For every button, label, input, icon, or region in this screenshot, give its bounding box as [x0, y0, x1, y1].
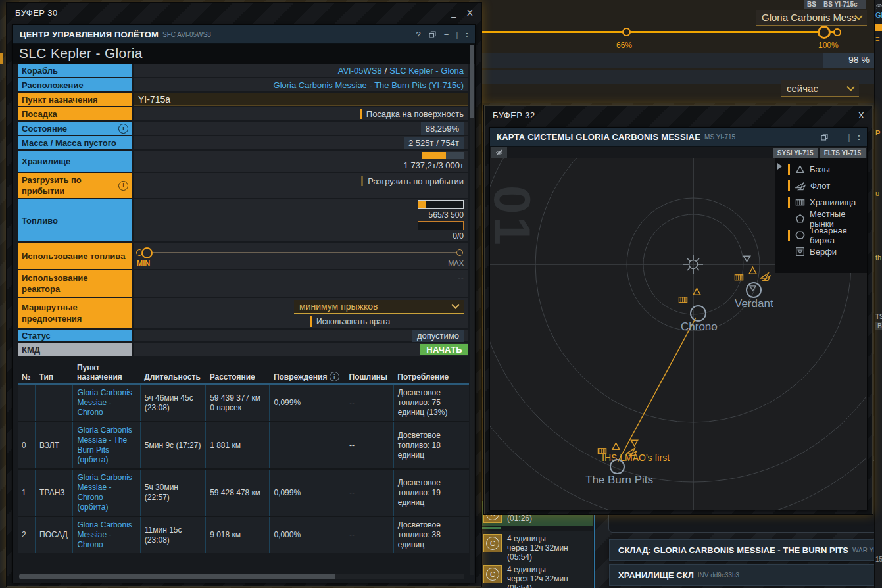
- clipped-text: B: [875, 322, 882, 330]
- legend-item-local-markets[interactable]: Местные рынки: [775, 210, 867, 227]
- ship-name-link[interactable]: SLC Kepler - Gloria: [389, 66, 464, 76]
- eye-off-icon: [875, 2, 882, 9]
- duplicate-icon[interactable]: [428, 30, 437, 39]
- legend-item-bases[interactable]: Базы: [775, 161, 867, 178]
- table-row[interactable]: 0 ВЗЛТ Gloria Carbonis Messiae - The Bur…: [18, 422, 469, 469]
- legend-item-shipyards[interactable]: Верфи: [775, 243, 867, 260]
- field-label-reactor: Использованиереактора: [18, 270, 132, 297]
- planet-chrono[interactable]: [690, 305, 706, 322]
- planet-burn-pits[interactable]: [610, 459, 625, 474]
- destination-link[interactable]: Gloria Carbonis Messiae - Chrono: [77, 388, 132, 417]
- vertical-scrollbar[interactable]: [470, 45, 474, 575]
- fleet-icon[interactable]: [760, 271, 771, 282]
- flight-control-header[interactable]: ЦЕНТР УПРАВЛЕНИЯ ПОЛЁТОМ SFC AVI-05WS8 ?…: [13, 25, 475, 44]
- legend-item-commodity-exchange[interactable]: Товарная биржа: [775, 227, 867, 243]
- minimize-icon[interactable]: −: [836, 132, 841, 142]
- minimize-button[interactable]: _: [843, 110, 848, 120]
- checkbox-bar: [310, 316, 312, 327]
- eye-off-icon[interactable]: [491, 147, 507, 158]
- buffer-30-titlebar[interactable]: БУФЕР 30 _ X: [7, 3, 481, 22]
- window-title: КАРТА СИСТЕМЫ GLORIA CARBONIS MESSIAE: [497, 132, 700, 142]
- base-icon[interactable]: [611, 441, 621, 451]
- divider: |: [456, 30, 458, 39]
- tab-flts[interactable]: FLTS YI-715: [820, 148, 866, 158]
- planet-label[interactable]: Chrono: [681, 320, 718, 333]
- field-label-landing: Посадка: [18, 107, 132, 120]
- info-icon[interactable]: i: [118, 181, 128, 191]
- buffer-32-titlebar[interactable]: БУФЕР 32 _ X: [485, 106, 872, 124]
- slider-end-marker: [833, 28, 841, 36]
- close-button[interactable]: X: [858, 110, 864, 120]
- system-map[interactable]: 01 Verdant Chr: [490, 158, 867, 510]
- time-select[interactable]: сейчас: [781, 80, 859, 97]
- field-label-mass: Масса / Масса пустого: [18, 136, 132, 149]
- base-icon[interactable]: [692, 287, 702, 297]
- legend-active-bar: [788, 180, 790, 191]
- legend-item-storages[interactable]: Хранилища: [775, 194, 867, 210]
- legend-inactive-bar: [788, 213, 790, 224]
- field-label-destination: Пункт назначения: [18, 93, 132, 106]
- start-button[interactable]: НАЧАТЬ: [420, 344, 468, 355]
- warehouse-icon: [795, 197, 805, 207]
- table-row[interactable]: 1 ТРАНЗ Gloria Carbonis Messiae - Chrono…: [18, 469, 469, 516]
- duplicate-icon[interactable]: [820, 133, 829, 141]
- slider-handle[interactable]: [818, 26, 831, 39]
- table-row[interactable]: 2 ПОСАД Gloria Carbonis Messiae - Chrono…: [18, 516, 469, 553]
- location-value: Gloria Carbonis Messiae - The Burn Pits …: [134, 78, 468, 91]
- fuel-usage-slider[interactable]: MIN MAX: [134, 243, 468, 269]
- info-icon[interactable]: i: [118, 124, 128, 134]
- tab-bs[interactable]: BS: [804, 0, 822, 9]
- location-link[interactable]: Gloria Carbonis Messiae - The Burn Pits …: [274, 80, 464, 90]
- warehouse-icon[interactable]: [678, 295, 688, 305]
- progress-slider[interactable]: [482, 31, 835, 33]
- queue-item[interactable]: C 4 единицычерез 12ч 32мин(05:54): [481, 562, 593, 588]
- tab-sysi[interactable]: SYSI YI-715: [773, 148, 818, 158]
- slider-value-label: 66%: [616, 41, 632, 50]
- use-gates-option[interactable]: Использовать врата: [305, 316, 464, 327]
- landing-option[interactable]: Посадка на поверхность: [134, 107, 468, 120]
- chevron-down-icon: [854, 12, 863, 20]
- route-select[interactable]: минимум прыжков: [294, 300, 464, 314]
- fleet-marker-icon[interactable]: [742, 254, 752, 264]
- tab-bs-site[interactable]: BS YI-715c: [820, 0, 866, 9]
- minimize-button[interactable]: _: [451, 8, 456, 18]
- base-icon[interactable]: [748, 266, 758, 276]
- planet-label[interactable]: Verdant: [735, 297, 773, 310]
- slider-marker[interactable]: [622, 28, 631, 36]
- stl-fuel-bar: [418, 200, 464, 209]
- clipped-text: th: [875, 253, 881, 261]
- minimize-icon[interactable]: −: [444, 30, 449, 39]
- warehouse-window-header[interactable]: СКЛАД: GLORIA CARBONIS MESSIAE - THE BUR…: [609, 539, 882, 561]
- legend-inactive-bar: [788, 246, 790, 257]
- separator: /: [385, 66, 387, 76]
- buffer-30-window: БУФЕР 30 _ X ЦЕНТР УПРАВЛЕНИЯ ПОЛЁТОМ SF…: [7, 3, 481, 587]
- legend-item-fleet[interactable]: Флот: [775, 178, 867, 194]
- system-map-header[interactable]: КАРТА СИСТЕМЫ GLORIA CARBONIS MESSIAE MS…: [490, 128, 867, 147]
- warehouse-icon[interactable]: [734, 272, 744, 282]
- queue-item[interactable]: C 4 единицычерез 12ч 32мин(05:54): [481, 531, 593, 565]
- inventory-window-header[interactable]: ХРАНИЛИЩЕ СКЛINV dd9c33b3: [609, 564, 882, 586]
- unload-option[interactable]: Разгрузить по прибытии: [134, 173, 468, 198]
- commodity-icon: C: [483, 534, 502, 552]
- destination-link[interactable]: Gloria Carbonis Messiae - The Burn Pits …: [77, 426, 132, 464]
- info-icon[interactable]: i: [330, 372, 339, 381]
- slider-handle[interactable]: [141, 247, 153, 258]
- storage-bar: [422, 152, 464, 159]
- destination-input[interactable]: YI-715a: [134, 93, 468, 106]
- window-title: БУФЕР 30: [15, 8, 58, 18]
- horizontal-scrollbar[interactable]: [19, 574, 464, 579]
- planet-label[interactable]: The Burn Pits: [585, 474, 653, 487]
- destination-link[interactable]: Gloria Carbonis Messiae - Chrono (орбита…: [77, 473, 132, 512]
- ship-registry-link[interactable]: AVI-05WS8: [338, 66, 382, 76]
- system-select[interactable]: Gloria Carbonis Messiae: [756, 10, 867, 26]
- ftl-fuel-value: 0/0: [453, 232, 464, 241]
- table-row[interactable]: Gloria Carbonis Messiae - Chrono 5ч 46ми…: [18, 384, 469, 422]
- window-tag: MS YI-715: [704, 134, 735, 141]
- destination-link[interactable]: Gloria Carbonis Messiae - Chrono: [77, 520, 132, 549]
- help-icon[interactable]: ?: [416, 30, 420, 39]
- menu-icon[interactable]: :: [858, 132, 860, 142]
- close-button[interactable]: X: [467, 8, 473, 18]
- menu-icon[interactable]: :: [466, 30, 468, 39]
- clipped-text: TS: [875, 313, 882, 320]
- status-value: допустимо: [412, 330, 464, 342]
